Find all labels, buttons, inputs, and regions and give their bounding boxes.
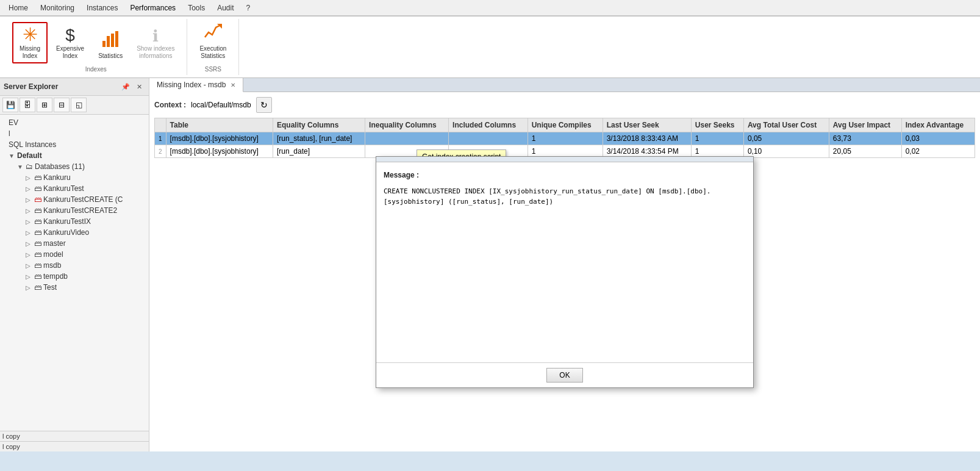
ribbon: ✳ MissingIndex $ ExpensiveIndex Statisti… xyxy=(0,16,980,78)
tree-label: Kankuru xyxy=(43,173,71,182)
sidebar-toolbar: 💾 🗄 ⊞ ⊟ ◱ xyxy=(0,96,149,115)
execution-statistics-icon xyxy=(204,23,222,44)
dialog-footer: OK xyxy=(376,362,753,387)
tree-arrow: ▷ xyxy=(26,218,34,225)
menu-instances[interactable]: Instances xyxy=(80,2,124,13)
tree-item-databases[interactable]: ▼ 🗂 Databases (11) xyxy=(0,161,149,172)
db-icon: 🗃 xyxy=(34,184,41,193)
statistics-button[interactable]: Statistics xyxy=(93,26,128,63)
missing-index-button[interactable]: ✳ MissingIndex xyxy=(12,22,48,63)
sidebar-title: Server Explorer xyxy=(4,82,58,91)
databases-icon: 🗂 xyxy=(26,162,33,171)
tree-item-default[interactable]: ▼ Default xyxy=(0,150,149,161)
sidebar-header: Server Explorer 📌 ✕ xyxy=(0,78,149,96)
db-icon: 🗃 xyxy=(34,228,41,237)
db-icon: 🗃 xyxy=(34,250,41,259)
dialog-titlebar xyxy=(376,157,753,162)
tree-label: Default xyxy=(17,151,42,160)
svg-rect-2 xyxy=(111,34,114,47)
tree-label: EV xyxy=(9,118,18,127)
tree-item-kankuru[interactable]: ▷ 🗃 Kankuru xyxy=(0,172,149,183)
svg-rect-1 xyxy=(107,36,110,47)
show-index-info-button[interactable]: ℹ Show indexesinformations xyxy=(132,24,179,63)
statistics-icon xyxy=(101,30,120,51)
db-icon: 🗃 xyxy=(34,195,41,204)
sidebar-close-icon[interactable]: ✕ xyxy=(133,81,145,93)
tree-arrow: ▷ xyxy=(26,251,34,258)
expensive-index-button[interactable]: $ ExpensiveIndex xyxy=(51,23,89,63)
menu-audit[interactable]: Audit xyxy=(211,2,240,13)
show-index-info-label: Show indexesinformations xyxy=(137,45,174,60)
show-index-info-icon: ℹ xyxy=(152,28,159,44)
sidebar-bottom-item1: l copy xyxy=(0,431,149,441)
sidebar-tree: EV l SQL Instances ▼ Default ▼ 🗂 xyxy=(0,115,149,431)
menu-home[interactable]: Home xyxy=(2,2,34,13)
menu-performances[interactable]: Performances xyxy=(124,2,182,13)
tree-item-master[interactable]: ▷ 🗃 master xyxy=(0,238,149,249)
dialog-body: Message : CREATE NONCLUSTERED INDEX [IX_… xyxy=(376,162,753,362)
tree-label: msdb xyxy=(43,261,61,270)
tree-label: Test xyxy=(43,283,57,292)
sidebar: Server Explorer 📌 ✕ 💾 🗄 ⊞ ⊟ ◱ EV l xyxy=(0,78,149,451)
sidebar-pin-icon[interactable]: 📌 xyxy=(120,81,132,93)
tree-item-tempdb[interactable]: ▷ 🗃 tempdb xyxy=(0,271,149,282)
expensive-index-icon: $ xyxy=(65,27,75,44)
tree-label: model xyxy=(43,250,63,259)
tree-item-kankuruvideo[interactable]: ▷ 🗃 KankuruVideo xyxy=(0,227,149,238)
tab-close-icon[interactable]: ✕ xyxy=(231,82,235,88)
menu-tools[interactable]: Tools xyxy=(182,2,211,13)
content-area: Missing Index - msdb ✕ Context : local/D… xyxy=(149,78,980,451)
tree-item-model[interactable]: ▷ 🗃 model xyxy=(0,249,149,260)
tree-arrow: ▼ xyxy=(9,153,17,159)
sidebar-tool-expand[interactable]: ⊞ xyxy=(37,98,52,112)
ribbon-group-indexes: ✳ MissingIndex $ ExpensiveIndex Statisti… xyxy=(5,19,187,75)
db-icon: 🗃 xyxy=(34,261,41,270)
menu-monitoring[interactable]: Monitoring xyxy=(34,2,80,13)
menubar: Home Monitoring Instances Performances T… xyxy=(0,0,980,16)
tree-label: l xyxy=(9,129,10,138)
message-dialog: Message : CREATE NONCLUSTERED INDEX [IX_… xyxy=(376,156,754,388)
tree-item-kankurutestcreate2[interactable]: ▷ 🗃 KankuruTestCREATE2 xyxy=(0,205,149,216)
tree-item-sql-instances[interactable]: SQL Instances xyxy=(0,139,149,150)
db-icon: 🗃 xyxy=(34,272,41,281)
sidebar-tool-view[interactable]: ◱ xyxy=(71,98,87,112)
dialog-message-code: CREATE NONCLUSTERED INDEX [IX_sysjobhist… xyxy=(384,186,746,207)
sidebar-tool-save[interactable]: 💾 xyxy=(2,98,18,112)
tree-item-l[interactable]: l xyxy=(0,128,149,139)
tree-arrow: ▷ xyxy=(26,196,34,203)
tree-item-test[interactable]: ▷ 🗃 Test xyxy=(0,282,149,293)
db-icon: 🗃 xyxy=(34,173,41,182)
indexes-group-label: Indexes xyxy=(85,66,107,75)
tree-item-kankurutestcreate[interactable]: ▷ 🗃 KankuruTestCREATE (C xyxy=(0,194,149,205)
ribbon-group-indexes-buttons: ✳ MissingIndex $ ExpensiveIndex Statisti… xyxy=(12,19,179,63)
content-body: Context : local/Default/msdb ↻ Table Equ… xyxy=(149,92,980,451)
dialog-ok-button[interactable]: OK xyxy=(546,368,583,383)
tree-label: KankuruVideo xyxy=(43,228,89,237)
tree-item-kankurutest[interactable]: ▷ 🗃 KankuruTest xyxy=(0,183,149,194)
tree-label: tempdb xyxy=(43,272,68,281)
tree-label: KankuruTest xyxy=(43,184,84,193)
menu-help[interactable]: ? xyxy=(240,2,257,13)
tree-label: KankuruTestCREATE (C xyxy=(43,195,123,204)
tab-missing-index-msdb[interactable]: Missing Index - msdb ✕ xyxy=(149,78,243,92)
tree-label: master xyxy=(43,239,66,248)
dialog-message-label: Message : xyxy=(384,170,746,181)
tree-arrow: ▷ xyxy=(26,185,34,192)
dialog-overlay: Message : CREATE NONCLUSTERED INDEX [IX_… xyxy=(149,92,980,451)
main-layout: Server Explorer 📌 ✕ 💾 🗄 ⊞ ⊟ ◱ EV l xyxy=(0,78,980,451)
tree-item-ev[interactable]: EV xyxy=(0,117,149,128)
missing-index-icon: ✳ xyxy=(23,26,38,44)
db-icon: 🗃 xyxy=(34,206,41,215)
tree-arrow: ▷ xyxy=(26,229,34,236)
execution-statistics-button[interactable]: ExecutionStatistics xyxy=(195,19,231,63)
tree-item-kankurutestix[interactable]: ▷ 🗃 KankuruTestIX xyxy=(0,216,149,227)
tree-item-msdb[interactable]: ▷ 🗃 msdb xyxy=(0,260,149,271)
content-tabs: Missing Index - msdb ✕ xyxy=(149,78,980,92)
ribbon-content: ✳ MissingIndex $ ExpensiveIndex Statisti… xyxy=(0,16,980,77)
sidebar-tool-collapse[interactable]: ⊟ xyxy=(54,98,70,112)
tree-arrow: ▷ xyxy=(26,207,34,214)
ssrs-group-label: SSRS xyxy=(205,66,221,75)
tree-arrow: ▷ xyxy=(26,262,34,269)
sidebar-tool-db[interactable]: 🗄 xyxy=(20,98,35,112)
tree-label: KankuruTestCREATE2 xyxy=(43,206,117,215)
